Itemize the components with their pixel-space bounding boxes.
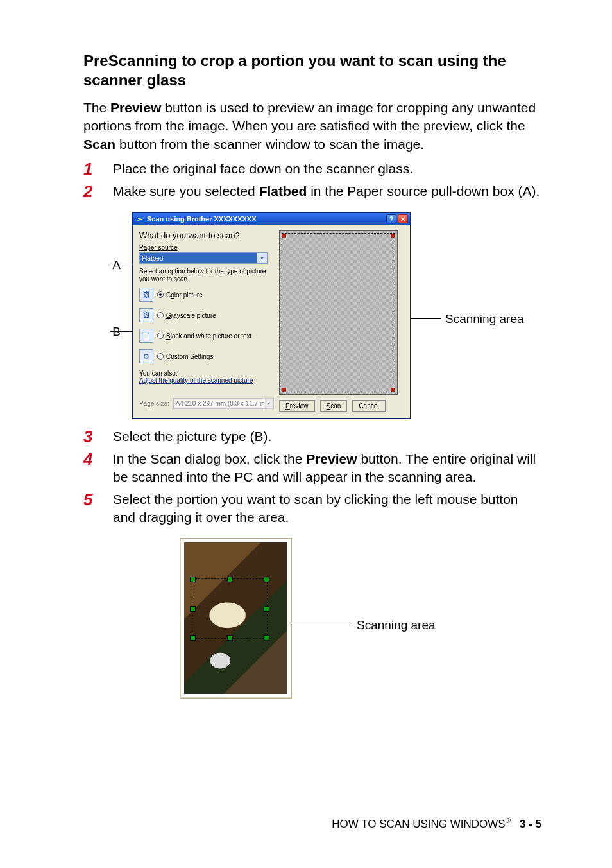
callout-a: A [91, 258, 121, 272]
resize-handle[interactable] [190, 606, 196, 612]
scan-word: Scan [83, 137, 115, 152]
scan-dialog-figure: A B Scanning area ➣ Scan using Brother X… [91, 212, 540, 419]
scanned-photo-frame [180, 538, 292, 699]
selection-rect[interactable] [282, 233, 395, 392]
option-label: Grayscale picture [166, 312, 216, 319]
custom-settings-icon: ⚙ [139, 349, 153, 363]
scan-dialog-window: ➣ Scan using Brother XXXXXXXXX ? ✕ What … [132, 212, 411, 419]
section-heading: PreScanning to crop a portion you want t… [83, 51, 541, 90]
titlebar: ➣ Scan using Brother XXXXXXXXX ? ✕ [133, 213, 410, 225]
option-color-picture[interactable]: 🖼 Color picture [139, 288, 274, 302]
page-size-value: A4 210 x 297 mm (8.3 x 11.7 inc [176, 400, 268, 407]
scanner-icon: ➣ [137, 215, 144, 223]
step-text: Make sure you selected Flatbed in the Pa… [113, 182, 541, 200]
scan-button[interactable]: Scan [320, 400, 348, 412]
window-title: Scan using Brother XXXXXXXXX [147, 215, 257, 223]
page-number: 3 - 5 [520, 818, 541, 830]
chevron-down-icon: ▾ [264, 399, 273, 408]
resize-handle[interactable] [264, 606, 269, 612]
text: in the Paper source pull-down box (A). [307, 184, 540, 198]
radio-icon [157, 333, 164, 339]
text: The [83, 100, 110, 115]
bw-text-icon: 📄 [139, 329, 153, 343]
dialog-prompt: What do you want to scan? [139, 230, 274, 240]
radio-icon [157, 291, 164, 298]
option-grayscale-picture[interactable]: 🖼 Grayscale picture [139, 308, 274, 322]
preview-word: Preview [306, 451, 357, 466]
resize-handle[interactable] [190, 635, 196, 641]
radio-icon [157, 353, 164, 360]
callout-scanning-area: Scanning area [357, 618, 436, 632]
step-row: 3 Select the picture type (B). [83, 428, 541, 446]
intro-paragraph: The Preview button is used to preview an… [83, 99, 541, 153]
option-label: Black and white picture or text [166, 333, 251, 340]
step-text: Select the picture type (B). [113, 428, 541, 446]
grayscale-picture-icon: 🖼 [139, 308, 153, 322]
step-number: 5 [83, 490, 113, 509]
resize-handle[interactable] [264, 577, 269, 582]
resize-handle[interactable] [391, 234, 395, 238]
page-size-label: Page size: [139, 400, 169, 407]
step-row: 1 Place the original face down on the sc… [83, 160, 541, 178]
option-bw-picture[interactable]: 📄 Black and white picture or text [139, 329, 274, 343]
callout-line [110, 265, 132, 265]
resize-handle[interactable] [282, 388, 286, 392]
step-row: 5 Select the portion you want to scan by… [83, 490, 541, 527]
callout-b: B [91, 325, 121, 339]
step-row: 4 In the Scan dialog box, click the Prev… [83, 450, 541, 487]
resize-handle[interactable] [282, 234, 286, 238]
registered-mark: ® [506, 817, 511, 824]
page-size-select[interactable]: A4 210 x 297 mm (8.3 x 11.7 inc ▾ [173, 398, 274, 409]
step-number: 4 [83, 450, 113, 469]
footer-text: HOW TO SCAN USING WINDOWS [332, 818, 505, 830]
text: button from the scanner window to scan t… [115, 137, 424, 152]
you-can-also-label: You can also: [139, 370, 274, 377]
resize-handle[interactable] [227, 577, 233, 582]
step-number: 2 [83, 182, 113, 201]
crop-selection[interactable] [192, 578, 268, 639]
callout-line [292, 625, 353, 625]
scanned-photo [184, 542, 287, 694]
page-footer: HOW TO SCAN USING WINDOWS® 3 - 5 [332, 817, 541, 831]
option-label: Color picture [166, 291, 203, 299]
chevron-down-icon: ▼ [257, 253, 267, 263]
step-text: Place the original face down on the scan… [113, 160, 541, 178]
option-custom-settings[interactable]: ⚙ Custom Settings [139, 349, 274, 363]
step-number: 1 [83, 160, 113, 178]
text: Make sure you selected [113, 184, 259, 198]
callout-line [110, 331, 132, 332]
step-row: 2 Make sure you selected Flatbed in the … [83, 182, 541, 201]
crop-example-figure: Scanning area [180, 538, 526, 699]
help-button[interactable]: ? [386, 214, 396, 223]
color-picture-icon: 🖼 [139, 288, 153, 302]
paper-source-select[interactable]: Flatbed ▼ [139, 252, 268, 264]
preview-button[interactable]: Preview [279, 400, 315, 412]
flatbed-word: Flatbed [259, 184, 307, 198]
step-text: Select the portion you want to scan by c… [113, 490, 541, 527]
paper-source-value: Flatbed [142, 255, 163, 262]
callout-line [405, 318, 441, 319]
preview-word: Preview [110, 100, 161, 115]
option-label: Custom Settings [166, 353, 213, 360]
select-instruction: Select an option below for the type of p… [139, 268, 274, 282]
resize-handle[interactable] [264, 635, 269, 641]
step-text: In the Scan dialog box, click the Previe… [113, 450, 541, 487]
cancel-button[interactable]: Cancel [352, 400, 385, 412]
radio-icon [157, 312, 164, 318]
preview-area[interactable] [279, 230, 398, 395]
close-button[interactable]: ✕ [398, 214, 408, 223]
callout-scanning-area: Scanning area [445, 312, 524, 326]
resize-handle[interactable] [227, 635, 233, 641]
resize-handle[interactable] [391, 388, 395, 392]
paper-source-label: Paper source [139, 244, 274, 251]
adjust-quality-link[interactable]: Adjust the quality of the scanned pictur… [139, 377, 274, 384]
step-number: 3 [83, 428, 113, 446]
resize-handle[interactable] [190, 577, 196, 582]
